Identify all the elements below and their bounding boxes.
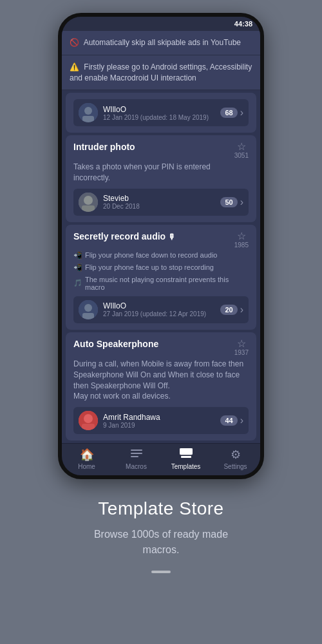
nav-item-templates[interactable]: Templates bbox=[161, 448, 211, 470]
card-title-speakerphone: Auto Speakerphone bbox=[73, 339, 158, 349]
author-text-amrit: Amrit Randhawa 9 Jan 2019 bbox=[103, 413, 160, 429]
home-icon: 🏠 bbox=[80, 448, 94, 462]
step-indicator bbox=[151, 571, 171, 573]
star-area-intruder[interactable]: ☆ 3051 bbox=[234, 142, 249, 159]
nav-label-templates: Templates bbox=[171, 463, 201, 470]
author-name-stevieb: Stevieb bbox=[103, 194, 140, 203]
author-row-stevieb: Stevieb 20 Dec 2018 50 › bbox=[73, 189, 249, 216]
author-info-amrit: Amrit Randhawa 9 Jan 2019 bbox=[79, 411, 160, 430]
card-title-intruder: Intruder photo bbox=[73, 142, 135, 152]
comment-badge-willoo[interactable]: 68 › bbox=[220, 107, 243, 118]
svg-rect-15 bbox=[180, 448, 193, 455]
step-1: 📲 Flip your phone face down to record au… bbox=[73, 251, 249, 260]
author-name-willoo2: WIlloO bbox=[103, 301, 206, 310]
card-intruder-photo: Intruder photo ☆ 3051 Takes a photo when… bbox=[66, 135, 256, 222]
comment-count-stevieb: 50 bbox=[220, 197, 237, 207]
card-desc-speakerphone: During a call, when Mobile is away from … bbox=[73, 359, 249, 402]
star-icon-record[interactable]: ☆ bbox=[237, 231, 246, 242]
status-time: 44:38 bbox=[234, 20, 252, 28]
author-name-willoo: WIlloO bbox=[103, 105, 209, 114]
author-row-willoo2: WIlloO 27 Jan 2019 (updated: 12 Apr 2019… bbox=[73, 296, 249, 323]
no-entry-icon: 🚫 bbox=[70, 38, 79, 47]
settings-icon: ⚙ bbox=[231, 448, 241, 462]
card-willoo: WIlloO 12 Jan 2019 (updated: 18 May 2019… bbox=[66, 93, 256, 133]
warning-icon: ⚠️ bbox=[70, 62, 79, 71]
author-row-willoo: WIlloO 12 Jan 2019 (updated: 18 May 2019… bbox=[73, 99, 249, 126]
scroll-content: 🚫 Automatically skip all skipable ads in… bbox=[62, 31, 260, 443]
author-info-willoo: WIlloO 12 Jan 2019 (updated: 18 May 2019… bbox=[79, 103, 209, 122]
comment-count-willoo2: 20 bbox=[220, 305, 237, 315]
svg-rect-8 bbox=[82, 313, 94, 319]
card-header-speakerphone: Auto Speakerphone ☆ 1937 bbox=[73, 339, 249, 356]
star-area-record[interactable]: ☆ 1985 bbox=[234, 231, 249, 249]
avatar-stevieb bbox=[79, 193, 98, 212]
svg-rect-16 bbox=[181, 456, 191, 458]
avatar-willoo2 bbox=[79, 300, 98, 319]
nav-label-home: Home bbox=[78, 463, 95, 470]
chevron-down-icon-amrit[interactable]: › bbox=[240, 415, 243, 426]
author-info-willoo2: WIlloO 27 Jan 2019 (updated: 12 Apr 2019… bbox=[79, 300, 206, 319]
author-date-stevieb: 20 Dec 2018 bbox=[103, 203, 140, 210]
card-auto-speakerphone: Auto Speakerphone ☆ 1937 During a call, … bbox=[66, 332, 256, 440]
card-desc-intruder: Takes a photo when your PIN is entered i… bbox=[73, 162, 249, 184]
card-title-record: Secretly record audio 🎙 bbox=[73, 231, 176, 242]
svg-rect-12 bbox=[131, 450, 142, 451]
chevron-down-icon[interactable]: › bbox=[240, 107, 243, 118]
comment-count-amrit: 44 bbox=[220, 415, 237, 426]
chevron-down-icon-stevieb[interactable]: › bbox=[240, 196, 243, 208]
step-2: 📲 Flip your phone face up to stop record… bbox=[73, 263, 249, 272]
author-text-stevieb: Stevieb 20 Dec 2018 bbox=[103, 194, 140, 210]
author-text-willoo: WIlloO 12 Jan 2019 (updated: 18 May 2019… bbox=[103, 105, 209, 121]
comment-count-willoo: 68 bbox=[220, 108, 237, 118]
comment-badge-stevieb[interactable]: 50 › bbox=[220, 196, 243, 208]
author-text-willoo2: WIlloO 27 Jan 2019 (updated: 12 Apr 2019… bbox=[103, 301, 206, 317]
card-header-intruder: Intruder photo ☆ 3051 bbox=[73, 142, 249, 159]
card-secretly-record: Secretly record audio 🎙 ☆ 1985 📲 Flip yo… bbox=[66, 225, 256, 330]
star-count-record: 1985 bbox=[234, 242, 249, 249]
svg-rect-11 bbox=[82, 424, 95, 430]
page-wrapper: 44:38 🚫 Automatically skip all skipable … bbox=[0, 0, 322, 644]
svg-rect-5 bbox=[82, 205, 95, 212]
author-date-willoo: 12 Jan 2019 (updated: 18 May 2019) bbox=[103, 114, 209, 121]
nav-item-macros[interactable]: Macros bbox=[111, 448, 161, 470]
bottom-nav: 🏠 Home Macros bbox=[62, 443, 260, 475]
svg-point-7 bbox=[84, 304, 92, 312]
bottom-section: Template Store Browse 1000s of ready mad… bbox=[81, 479, 241, 586]
templates-icon bbox=[180, 448, 193, 462]
comment-badge-willoo2[interactable]: 20 › bbox=[220, 304, 243, 316]
nav-item-home[interactable]: 🏠 Home bbox=[62, 448, 111, 470]
star-count-speakerphone: 1937 bbox=[234, 349, 249, 356]
bottom-subtitle: Browse 1000s of ready made macros. bbox=[94, 527, 228, 558]
music-constraint: 🎵 The music not playing constraint preve… bbox=[73, 276, 249, 291]
status-bar: 44:38 bbox=[62, 17, 260, 31]
svg-rect-13 bbox=[131, 453, 142, 454]
avatar-amrit bbox=[79, 411, 98, 430]
nav-label-macros: Macros bbox=[126, 463, 147, 470]
chevron-down-icon-willoo2[interactable]: › bbox=[240, 304, 243, 316]
star-area-speakerphone[interactable]: ☆ 1937 bbox=[234, 339, 249, 356]
card-header-record: Secretly record audio 🎙 ☆ 1985 bbox=[73, 231, 249, 249]
author-name-amrit: Amrit Randhawa bbox=[103, 413, 160, 422]
bottom-title: Template Store bbox=[94, 498, 228, 519]
svg-point-1 bbox=[84, 107, 92, 115]
banner-accessibility: ⚠️ Firstly please go to Android settings… bbox=[62, 55, 260, 91]
nav-label-settings: Settings bbox=[223, 463, 247, 470]
star-icon-intruder[interactable]: ☆ bbox=[237, 142, 246, 152]
comment-badge-amrit[interactable]: 44 › bbox=[220, 415, 243, 426]
author-date-amrit: 9 Jan 2019 bbox=[103, 422, 160, 429]
avatar-willoo bbox=[79, 103, 98, 122]
nav-item-settings[interactable]: ⚙ Settings bbox=[211, 448, 260, 470]
author-date-willoo2: 27 Jan 2019 (updated: 12 Apr 2019) bbox=[103, 310, 206, 317]
svg-rect-14 bbox=[131, 456, 138, 457]
phone-frame: 44:38 🚫 Automatically skip all skipable … bbox=[58, 13, 264, 479]
svg-point-4 bbox=[84, 196, 93, 205]
macros-icon bbox=[131, 448, 142, 462]
svg-point-10 bbox=[84, 414, 93, 423]
banner-ad-skip: 🚫 Automatically skip all skipable ads in… bbox=[62, 31, 260, 55]
star-icon-speakerphone[interactable]: ☆ bbox=[237, 339, 246, 349]
svg-rect-2 bbox=[82, 116, 94, 122]
star-count-intruder: 3051 bbox=[234, 152, 249, 159]
mic-icon: 🎙 bbox=[168, 232, 176, 242]
author-row-amrit: Amrit Randhawa 9 Jan 2019 44 › bbox=[73, 407, 249, 434]
author-info-stevieb: Stevieb 20 Dec 2018 bbox=[79, 193, 140, 212]
